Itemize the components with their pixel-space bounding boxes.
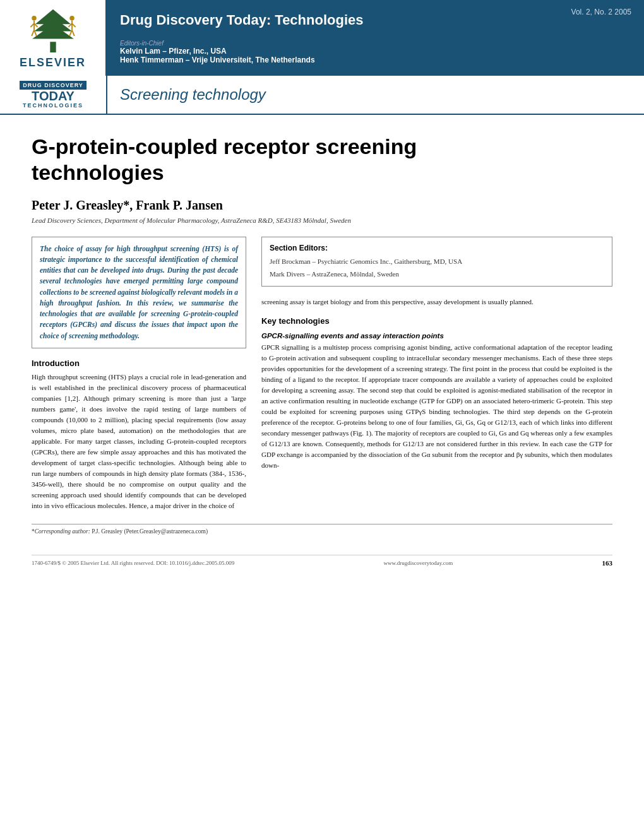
authors-text: Peter J. Greasley*, Frank P. Jansen — [32, 198, 223, 212]
volume-info: Vol. 2, No. 2 2005 — [571, 8, 631, 16]
ddt-logo-area: DRUG DISCOVERY TODAY TECHNOLOGIES — [0, 76, 107, 114]
editor1-name: Kelvin Lam – Pfizer, Inc., USA — [120, 47, 631, 56]
footnote-area: *Corresponding author: P.J. Greasley (Pe… — [32, 524, 612, 535]
screening-tech-bar: DRUG DISCOVERY TODAY TECHNOLOGIES Screen… — [0, 76, 644, 115]
corresponding-author-note: *Corresponding author: P.J. Greasley (Pe… — [32, 528, 612, 535]
svg-point-4 — [32, 16, 37, 21]
article-title: G-protein-coupled receptor screening tec… — [32, 134, 423, 186]
footer-page-number: 163 — [602, 559, 612, 567]
abstract-text: The choice of assay for high throughput … — [40, 244, 238, 341]
svg-marker-3 — [32, 24, 74, 38]
elsevier-tree-icon — [21, 6, 85, 54]
intro-body-left: High throughput screening (HTS) plays a … — [32, 372, 246, 512]
section-editors-box: Section Editors: Jeff Brockman – Psychia… — [261, 237, 612, 287]
intro-text-span: High throughput screening (HTS) plays a … — [32, 373, 246, 510]
page-header: ELSEVIER Drug Discovery Today: Technolog… — [0, 0, 644, 115]
intro-heading: Introduction — [32, 358, 246, 368]
editor2-name: Henk Timmerman – Vrije Universiteit, The… — [120, 56, 631, 64]
ddt-logo: DRUG DISCOVERY TODAY TECHNOLOGIES — [20, 81, 86, 109]
svg-rect-0 — [50, 42, 56, 52]
section-editor2: Mark Divers – AstraZeneca, Mölndal, Swed… — [270, 269, 604, 280]
svg-line-15 — [72, 30, 75, 36]
footer-url: www.drugdiscoverytoday.com — [383, 560, 453, 566]
ddt-technologies: TECHNOLOGIES — [23, 102, 83, 109]
authors-line: Peter J. Greasley*, Frank P. Jansen — [32, 198, 612, 213]
right-column: Section Editors: Jeff Brockman – Psychia… — [261, 237, 612, 512]
section-editor1: Jeff Brockman – Psychiatric Genomics Inc… — [270, 256, 604, 267]
svg-point-10 — [69, 16, 75, 21]
page-footer: 1740-6749/$ © 2005 Elsevier Ltd. All rig… — [32, 555, 612, 573]
journal-header-bar: ELSEVIER Drug Discovery Today: Technolog… — [0, 0, 644, 76]
left-column: The choice of assay for high throughput … — [32, 237, 246, 512]
screening-tech-title: Screening technology — [120, 86, 266, 104]
abstract-box: The choice of assay for high throughput … — [32, 237, 246, 348]
svg-line-8 — [32, 30, 34, 36]
intro-body-right: screening assay is target biology and fr… — [261, 297, 612, 307]
elsevier-logo-area: ELSEVIER — [0, 0, 107, 76]
editors-label: Editors-in-Chief — [120, 40, 631, 47]
journal-info: Drug Discovery Today: Technologies Edito… — [107, 0, 644, 76]
ddt-drug-discovery: DRUG DISCOVERY — [20, 81, 86, 90]
gpcr-subheading: GPCR-signalling events and assay interac… — [261, 332, 612, 340]
affiliation-line: Lead Discovery Sciences, Department of M… — [32, 216, 612, 224]
elsevier-logo: ELSEVIER — [20, 6, 86, 69]
two-column-layout: The choice of assay for high throughput … — [32, 237, 612, 512]
journal-title: Drug Discovery Today: Technologies — [120, 12, 631, 28]
main-content-area: G-protein-coupled receptor screening tec… — [0, 115, 644, 555]
ddt-today: TODAY — [32, 90, 75, 102]
footer-issn: 1740-6749/$ © 2005 Elsevier Ltd. All rig… — [32, 560, 234, 566]
key-tech-heading: Key technologies — [261, 316, 612, 326]
gpcr-body-text: GPCR signalling is a multistep process c… — [261, 342, 612, 471]
screening-tech-label-area: Screening technology — [107, 76, 644, 114]
section-editors-title: Section Editors: — [270, 244, 604, 252]
elsevier-wordmark: ELSEVIER — [20, 56, 86, 69]
